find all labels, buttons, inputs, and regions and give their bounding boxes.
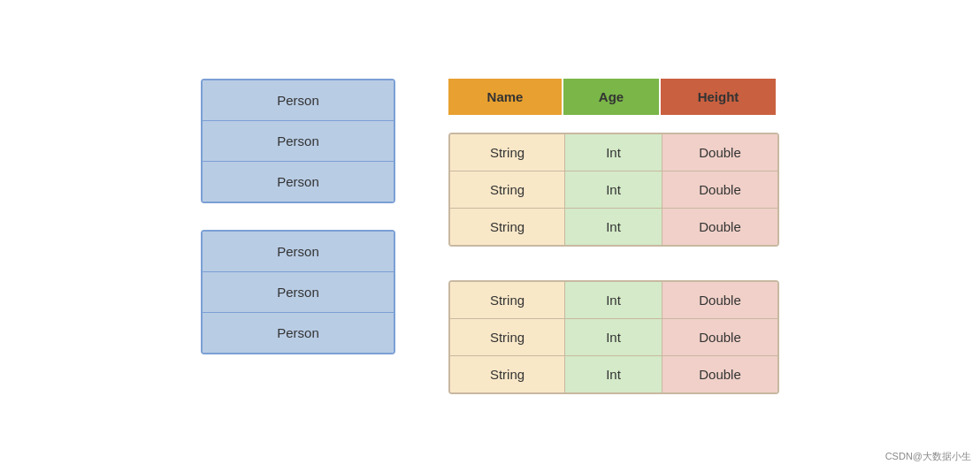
cell-age: Int — [565, 282, 662, 318]
watermark: CSDN@大数据小生 — [885, 450, 971, 463]
person-row: Person — [203, 272, 394, 313]
table-header: Name Age Height — [448, 79, 779, 115]
cell-age: Int — [565, 171, 662, 208]
cell-height: Double — [662, 319, 777, 355]
person-row: Person — [203, 80, 394, 121]
person-row: Person — [203, 313, 394, 353]
person-row: Person — [203, 121, 394, 162]
cell-name: String — [450, 171, 565, 208]
table-row: String Int Double — [450, 134, 777, 171]
header-age: Age — [563, 79, 661, 115]
cell-name: String — [450, 134, 565, 171]
left-side: Person Person Person Person Person Perso… — [201, 79, 395, 354]
cell-height: Double — [662, 134, 777, 171]
table-row: String Int Double — [450, 171, 777, 209]
main-container: Person Person Person Person Person Perso… — [183, 61, 797, 412]
table-row: String Int Double — [450, 209, 777, 245]
cell-age: Int — [565, 134, 662, 171]
header-name: Name — [448, 79, 563, 115]
cell-height: Double — [662, 171, 777, 208]
cell-age: Int — [565, 319, 662, 355]
cell-name: String — [450, 209, 565, 245]
person-group-1: Person Person Person — [201, 79, 395, 203]
cell-height: Double — [662, 209, 777, 245]
table-row: String Int Double — [450, 319, 777, 356]
cell-name: String — [450, 319, 565, 355]
cell-name: String — [450, 356, 565, 392]
header-height: Height — [661, 79, 776, 115]
table-row: String Int Double — [450, 282, 777, 319]
data-group-2: String Int Double String Int Double Stri… — [448, 280, 779, 394]
person-row: Person — [203, 232, 394, 272]
person-group-2: Person Person Person — [201, 230, 395, 354]
cell-name: String — [450, 282, 565, 318]
right-side: Name Age Height String Int Double String… — [448, 79, 779, 394]
cell-age: Int — [565, 356, 662, 392]
data-group-1: String Int Double String Int Double Stri… — [448, 133, 779, 247]
cell-age: Int — [565, 209, 662, 245]
table-row: String Int Double — [450, 356, 777, 392]
person-row: Person — [203, 162, 394, 202]
cell-height: Double — [662, 282, 777, 318]
cell-height: Double — [662, 356, 777, 392]
